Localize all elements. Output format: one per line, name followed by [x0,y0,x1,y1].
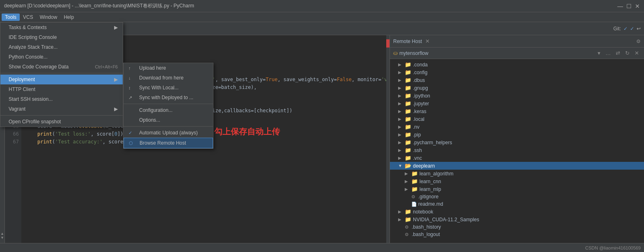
upload-icon: ↑ [128,66,135,70]
coverage-shortcut: Ctrl+Alt+F6 [95,64,118,69]
remote-host-panel: Remote Host ✕ ⚙ ⛀ mytensorflow ▾ … ⇄ ↻ ✕… [390,35,644,252]
submenu-divider-2 [124,126,213,127]
tree-item-deeplearn[interactable]: ▼📂deeplearn [390,162,644,170]
ssh-label: Start SSH session... [9,96,53,102]
menu-help[interactable]: Help [60,14,77,21]
title-bar: deeplearn [D:\code\deeplearn] - ...\lear… [0,0,644,12]
remote-header: Remote Host ✕ ⚙ [390,35,644,48]
cprofile-label: Open CProfile snapshot [9,119,61,125]
sync-local-label: Sync With Local... [139,85,179,91]
vagrant-arrow: ▶ [114,106,118,112]
submenu-options[interactable]: Options... [124,115,213,125]
submenu-download[interactable]: ↓ Download from here [124,73,213,83]
submenu-divider-1 [124,104,213,104]
remote-settings-icon[interactable]: ⚙ [636,39,641,44]
tree-item-local[interactable]: ▶📁.local [390,115,644,123]
host-name: mytensorflow [399,50,594,56]
coverage-label: Show Code Coverage Data [9,64,69,70]
sync-btn[interactable]: ⇄ [614,49,622,57]
tree-item-dbus[interactable]: ▶📁.dbus [390,76,644,84]
checkmark-icon: ✓ [128,130,135,136]
menu-item-ssh[interactable]: Start SSH session... [0,94,123,104]
window-controls: — ☐ ✕ [617,3,640,9]
tasks-label: Tasks & Contexts [9,25,47,30]
tree-item-config[interactable]: ▶📁.config [390,68,644,76]
main-layout: ▲▼ 54 55 56 57 58 59 60 61 62 63 64 65 6… [0,35,644,252]
git-toolbar: Git: ✓ ✓ ↩ [613,26,641,32]
tree-item-keras[interactable]: ▶📁.keras [390,107,644,115]
refresh-btn[interactable]: ↻ [623,49,631,57]
tree-item-bash-logout[interactable]: ⚙.bash_logout [390,231,644,238]
tree-item-pycharm[interactable]: ▶📁.pycharm_helpers [390,138,644,146]
vagrant-label: Vagrant [9,106,25,112]
tree-item-conda[interactable]: ▶📁.conda [390,61,644,68]
menu-tools[interactable]: Tools [2,14,20,21]
host-icon: ⛀ [393,50,398,56]
sync-icon: ↕ [128,85,135,90]
submenu-auto-upload[interactable]: ✓ Automatic Upload (always) [124,128,213,138]
more-hosts-btn[interactable]: … [604,49,612,57]
git-check-icon[interactable]: ✓ [623,26,628,32]
tree-item-readme[interactable]: 📄readme.md [390,200,644,208]
configuration-label: Configuration... [139,107,172,113]
menu-item-tasks[interactable]: Tasks & Contexts ▶ [0,23,123,32]
remote-close-icon[interactable]: ✕ [425,38,430,44]
analyze-stack-label: Analyze Stack Trace... [9,44,57,50]
menu-item-analyze-stack[interactable]: Analyze Stack Trace... [0,42,123,52]
sync-deployed-label: Sync with Deployed to ... [139,95,193,100]
submenu-browse-remote[interactable]: ⬡ Browse Remote Host [124,138,213,148]
menu-item-deployment[interactable]: Deployment ▶ [0,75,123,84]
window-title: deeplearn [D:\code\deeplearn] - ...\lear… [4,2,194,9]
upload-label: Upload here [139,65,166,71]
tree-item-learn-cnn[interactable]: ▶📁learn_cnn [390,177,644,185]
menu-item-coverage[interactable]: Show Code Coverage Data Ctrl+Alt+F6 [0,62,123,72]
tree-item-vnc[interactable]: ▶📁.vnc [390,154,644,162]
tree-item-jupyter[interactable]: ▶📁.jupyter [390,100,644,107]
browse-remote-label: Browse Remote Host [140,140,186,146]
close-panel-btn[interactable]: ✕ [633,49,641,57]
git-check2-icon[interactable]: ✓ [630,26,634,32]
minimize-button[interactable]: — [617,3,623,9]
dropdown-host-btn[interactable]: ▾ [596,49,602,57]
menu-item-python-console[interactable]: Python Console... [0,52,123,62]
http-client-label: HTTP Client [9,86,35,92]
submenu-upload[interactable]: ↑ Upload here [124,63,213,73]
download-icon: ↓ [128,75,135,80]
auto-upload-label: Automatic Upload (always) [139,130,198,136]
python-console-label: Python Console... [9,54,48,60]
submenu-sync-deployed[interactable]: ↗ Sync with Deployed to ... [124,93,213,102]
menu-item-cprofile[interactable]: Open CProfile snapshot [0,117,123,127]
undo-button[interactable]: ↩ [637,26,641,32]
tree-item-gnupg[interactable]: ▶📁.gnupg [390,84,644,92]
menu-window[interactable]: Window [37,14,61,21]
tree-item-nvidia[interactable]: ▶📁NVIDIA_CUDA-11.2_Samples [390,216,644,223]
tree-item-pip[interactable]: ▶📁.pip [390,131,644,138]
tree-item-learn-algorithm[interactable]: ▶📁learn_algorithm [390,170,644,177]
browse-icon: ⬡ [129,141,135,146]
status-bar: CSDN @liaomin416100569 [0,243,644,252]
menu-item-vagrant[interactable]: Vagrant ▶ [0,104,123,114]
submenu-configuration[interactable]: Configuration... [124,105,213,115]
close-button[interactable]: ✕ [635,3,640,9]
tree-item-ssh[interactable]: ▶📁.ssh [390,146,644,154]
menu-vcs[interactable]: VCS [20,14,37,21]
tree-item-bash-history[interactable]: ⚙.bash_history [390,223,644,231]
tree-item-gitignore[interactable]: ⚙.gitignore [390,193,644,200]
tree-item-ipython[interactable]: ▶📁.ipython [390,92,644,100]
ide-scripting-label: IDE Scripting Console [9,34,57,40]
status-text: CSDN @liaomin416100569 [585,245,641,250]
maximize-button[interactable]: ☐ [626,3,632,9]
remote-file-tree[interactable]: ▶📁.conda ▶📁.config ▶📁.dbus ▶📁.gnupg ▶📁.i… [390,59,644,252]
tree-item-notebook[interactable]: ▶📁notebook [390,208,644,216]
tree-item-learn-mlp[interactable]: ▶📁learn_mlp [390,185,644,193]
error-marker [386,39,390,48]
deployment-label: Deployment [9,77,35,82]
menu-item-http-client[interactable]: HTTP Client [0,84,123,94]
tasks-arrow: ▶ [114,25,118,30]
remote-toolbar: ⛀ mytensorflow ▾ … ⇄ ↻ ✕ [390,48,644,59]
scroll-gutter [386,35,390,252]
menu-item-ide-scripting[interactable]: IDE Scripting Console [0,32,123,42]
submenu-sync-local[interactable]: ↕ Sync With Local... [124,83,213,93]
tree-item-nv[interactable]: ▶📁.nv [390,123,644,131]
options-label: Options... [139,117,160,123]
